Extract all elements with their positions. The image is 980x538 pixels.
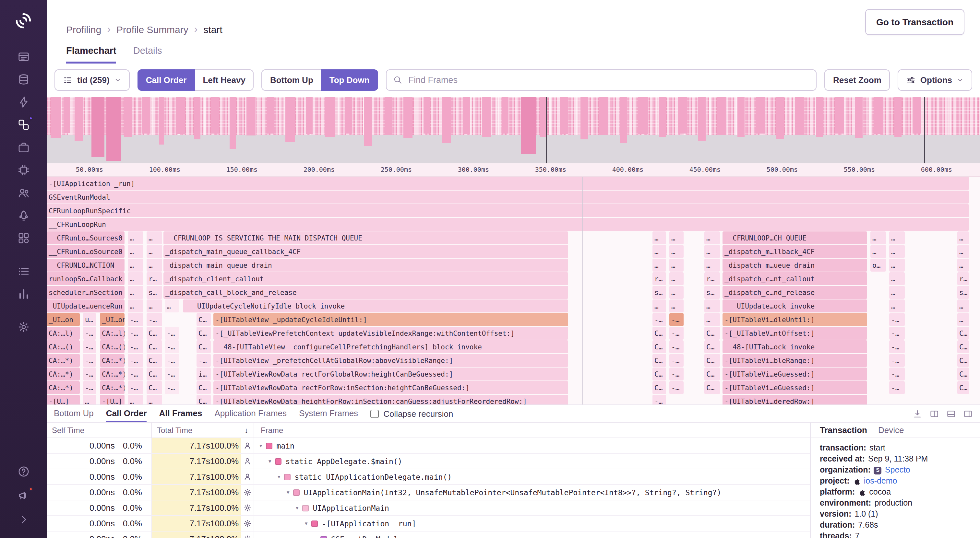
flame-frame[interactable]: CFRunLoopRunSpecific [47,204,969,217]
flame-frame[interactable]: … [889,300,905,313]
flame-frame[interactable]: s… [652,286,666,299]
flame-frame[interactable]: -… [889,340,905,353]
flame-frame[interactable]: CA:…l) [47,327,80,340]
flame-frame[interactable]: -… [889,313,905,326]
flame-frame[interactable]: … [957,300,969,313]
flame-frame[interactable]: -… [83,354,96,367]
flame-frame[interactable]: C… [957,368,969,381]
flame-frame[interactable]: -[UITableViewRowData rectForRow:inSectio… [213,381,568,394]
flame-frame[interactable]: -[UITableViewRowData heightForRow:inSect… [213,395,568,405]
left-heavy-button[interactable]: Left Heavy [194,69,254,90]
flame-frame[interactable]: -… [128,327,143,340]
flame-frame[interactable]: _dispatch_client_callout [164,272,568,285]
search-input[interactable] [407,74,810,85]
flame-frame[interactable]: __CFRUNLOOP…CH_QUEUE__ [722,232,867,244]
flame-frame[interactable]: ___UIUpdate…ock_invoke [722,300,867,313]
download-icon[interactable] [913,409,922,418]
bottom-up-button[interactable]: Bottom Up [262,69,322,90]
flame-frame[interactable]: -… [128,313,143,326]
flame-frame[interactable]: … [870,232,886,244]
flame-frame[interactable]: C… [957,340,969,353]
flame-frame[interactable]: _dispatch_c…nd_release [722,286,867,299]
table-row[interactable]: 0.00ns0.0%7.17s100.0%▼static UIApplicati… [47,469,810,485]
frame-cell[interactable]: ▼static AppDelegate.$main() [254,454,810,469]
sidebar-item-activity[interactable] [12,262,35,281]
flame-frame[interactable]: … [889,232,905,244]
flame-frame[interactable]: C… [957,354,969,367]
flame-frame[interactable]: __CFRUNLO…NCTION__ [47,259,124,271]
flame-frame[interactable]: _dispatch_m…llback_4CF [722,245,867,258]
flame-frame[interactable]: … [128,286,143,299]
flame-frame[interactable]: -… [165,327,179,340]
tab-flamechart[interactable]: Flamechart [66,45,116,63]
flame-frame[interactable]: … [652,245,666,258]
table-row[interactable]: 0.00ns0.0%7.17s100.0%▼-[UIApplication _r… [47,516,810,532]
flame-frame[interactable]: C… [146,327,162,340]
flame-frame[interactable]: C… [704,381,720,394]
frame-cell[interactable]: ▼UIApplicationMain [254,500,810,515]
reset-zoom-button[interactable]: Reset Zoom [825,69,890,90]
flame-frame[interactable]: … [957,313,969,326]
flame-frame[interactable]: … [128,245,143,258]
flame-frame[interactable]: __CFRUNLOOP_IS_SERVICING_THE_MAIN_DISPAT… [164,232,568,244]
flame-frame[interactable]: -… [197,354,211,367]
go-to-transaction-button[interactable]: Go to Transaction [865,9,964,35]
flame-frame[interactable]: C… [652,354,666,367]
flame-frame[interactable]: u… [83,313,96,326]
flame-frame[interactable]: -[UITableVi…eGuessed:] [722,381,867,394]
flamegraph-minimap[interactable] [47,97,980,163]
sidebar-item-whats-new[interactable] [12,486,35,505]
tab-bottom-up[interactable]: Bottom Up [54,405,94,422]
flame-frame[interactable]: … [704,313,720,326]
flame-frame[interactable]: _UI…on [47,313,80,326]
tree-expand-caret-icon[interactable]: ▼ [287,490,289,495]
flame-frame[interactable]: … [957,259,969,271]
flame-frame[interactable]: -… [146,313,162,326]
flame-frame[interactable]: -[UITableVi…dleUntil:] [722,313,867,326]
sidebar-item-user-feedback[interactable] [12,183,35,202]
flame-frame[interactable]: … [889,245,905,258]
flame-frame[interactable]: … [957,232,969,244]
table-row[interactable]: 0.00ns0.0%7.17s100.0%▼GSEventRunModal [47,532,810,538]
flame-frame[interactable]: -… [889,368,905,381]
flame-frame[interactable]: _dispatch_main_queue_drain [164,259,568,271]
flame-frame[interactable]: -… [669,368,684,381]
flame-frame[interactable]: … [889,272,905,285]
flame-frame[interactable]: … [669,232,684,244]
flame-frame[interactable]: -… [128,340,143,353]
flame-frame[interactable]: _UI…on [100,313,124,326]
sentry-logo-icon[interactable] [12,9,35,32]
flame-frame[interactable]: … [128,272,143,285]
table-row[interactable]: 0.00ns0.0%7.17s100.0%▼static AppDelegate… [47,454,810,469]
flame-frame[interactable]: C… [146,368,162,381]
flame-frame[interactable]: CA:…*) [100,368,124,381]
flame-frame[interactable]: _UIUpdate…uenceRun [47,300,124,313]
flame-frame[interactable]: -[UITableVi…bleRange:] [722,354,867,367]
flamechart[interactable]: -[UIApplication _run]GSEventRunModalCFRu… [47,177,980,405]
flame-frame[interactable]: … [128,259,143,271]
minimap-cursor[interactable] [924,97,924,163]
flame-frame[interactable]: … [128,395,143,405]
flame-frame[interactable]: C… [197,340,211,353]
flame-frame[interactable]: -… [669,354,684,367]
flame-frame[interactable]: … [957,245,969,258]
flame-frame[interactable]: -[UITableViewRowData rectForGlobalRow:he… [213,368,568,381]
flame-frame[interactable]: ___UIUpdateCycleNotifyIdle_block_invoke [183,300,568,313]
tab-device[interactable]: Device [878,425,904,435]
flame-frame[interactable]: CA:…*) [47,368,80,381]
tab-system-frames[interactable]: System Frames [299,405,358,422]
sidebar-item-stats[interactable] [12,284,35,303]
flame-frame[interactable]: -[U…] [100,395,124,405]
flame-frame[interactable]: runloopSo…Callback [47,272,124,285]
flame-frame[interactable]: C… [704,368,720,381]
flame-frame[interactable]: CA:…l) [100,327,124,340]
detail-field-value[interactable]: ios-demo [864,476,897,487]
tree-expand-caret-icon[interactable]: ▼ [278,474,280,479]
flame-frame[interactable]: CA:…*) [100,354,124,367]
flame-frame[interactable]: C… [146,340,162,353]
flame-frame[interactable]: _dispatch_main_queue_callback_4CF [164,245,568,258]
flame-frame[interactable]: CA:…() [100,340,124,353]
flame-frame[interactable]: CA:…*) [47,381,80,394]
sidebar-item-releases[interactable] [12,138,35,157]
frame-cell[interactable]: ▼UIApplicationMain(Int32, UnsafeMutableP… [254,485,810,500]
